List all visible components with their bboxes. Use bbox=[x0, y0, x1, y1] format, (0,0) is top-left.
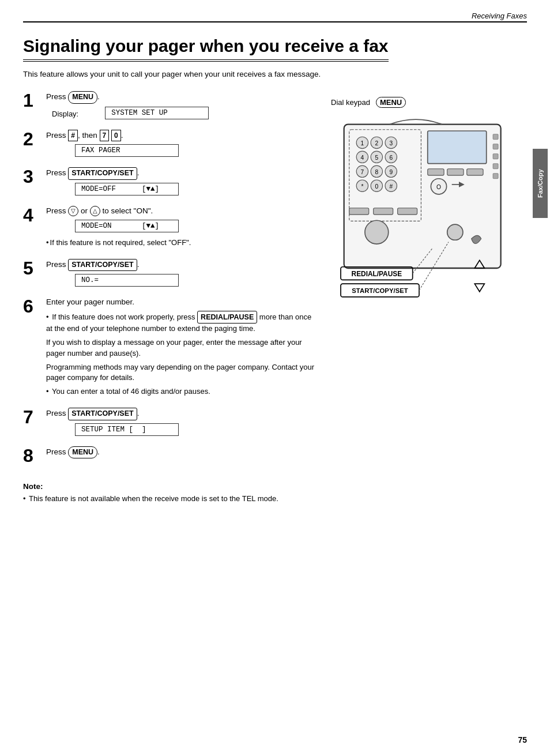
svg-rect-28 bbox=[493, 144, 498, 149]
step-8-number: 8 bbox=[23, 446, 46, 465]
display-box-1: SYSTEM SET UP bbox=[105, 107, 209, 119]
svg-rect-31 bbox=[493, 174, 498, 179]
header-title: Receiving Faxes bbox=[472, 12, 527, 20]
step-3-content: Press START/COPY/SET. MODE=OFF [▼▲] bbox=[46, 167, 319, 198]
svg-text:2: 2 bbox=[375, 140, 378, 146]
intro-text: This feature allows your unit to call yo… bbox=[23, 70, 527, 78]
step-2-text: Press #, then 7 0. bbox=[46, 130, 319, 142]
step-6-text: Enter your pager number. bbox=[46, 297, 319, 308]
step-4: 4 Press ▽ or △ to select "ON". MODE=ON [… bbox=[23, 206, 319, 251]
step-6: 6 Enter your pager number. If this featu… bbox=[23, 297, 319, 400]
step-1-number: 1 bbox=[23, 91, 46, 110]
step-7-content: Press START/COPY/SET. SETUP ITEM [ ] bbox=[46, 408, 319, 438]
note-bullet: This feature is not available when the r… bbox=[23, 494, 319, 505]
menu-key-8[interactable]: MENU bbox=[68, 446, 97, 459]
display-box-5: NO.= bbox=[75, 274, 179, 287]
display-box-7: SETUP ITEM [ ] bbox=[75, 423, 179, 436]
fax-machine-diagram: 1 2 3 4 5 6 7 8 bbox=[331, 111, 527, 314]
step-5-text: Press START/COPY/SET. bbox=[46, 259, 319, 272]
note-title: Note: bbox=[23, 482, 319, 491]
display-box-3: MODE=OFF [▼▲] bbox=[75, 183, 179, 195]
step-8-text: Press MENU. bbox=[46, 446, 319, 459]
svg-text:1: 1 bbox=[361, 140, 364, 146]
step-5-content: Press START/COPY/SET. NO.= bbox=[46, 259, 319, 289]
step-5-number: 5 bbox=[23, 259, 46, 277]
step-6-bullet1: If this feature does not work properly, … bbox=[46, 311, 319, 334]
step-1-text: Press MENU. bbox=[46, 91, 319, 104]
menu-key-1[interactable]: MENU bbox=[68, 91, 97, 104]
svg-text:REDIAL/PAUSE: REDIAL/PAUSE bbox=[352, 270, 402, 278]
key-0[interactable]: 0 bbox=[111, 130, 121, 142]
start-copy-set-key-3[interactable]: START/COPY/SET bbox=[68, 167, 137, 180]
display-box-2: FAX PAGER bbox=[75, 144, 179, 157]
page-header: Receiving Faxes bbox=[23, 12, 527, 22]
page-container: Receiving Faxes Signaling your pager whe… bbox=[0, 0, 550, 756]
svg-point-40 bbox=[365, 220, 389, 244]
diagram-column: Dial keypad MENU 1 2 3 bbox=[331, 91, 527, 506]
dial-keypad-label: Dial keypad bbox=[331, 98, 370, 107]
page-title: Signaling your pager when you receive a … bbox=[23, 36, 389, 62]
step-8: 8 Press MENU. bbox=[23, 446, 319, 465]
svg-text:8: 8 bbox=[375, 169, 378, 175]
svg-text:*: * bbox=[361, 183, 363, 190]
step-2: 2 Press #, then 7 0. FAX PAGER bbox=[23, 130, 319, 160]
step-6-bullet2: You can enter a total of 46 digits and/o… bbox=[46, 386, 319, 397]
up-circle-btn[interactable]: △ bbox=[90, 206, 100, 216]
display-label-1: Display: bbox=[52, 110, 78, 118]
step-5: 5 Press START/COPY/SET. NO.= bbox=[23, 259, 319, 289]
fax-copy-tab: Fax/Copy bbox=[533, 149, 548, 218]
step-2-number: 2 bbox=[23, 130, 46, 148]
down-circle-btn[interactable]: ▽ bbox=[68, 206, 78, 216]
redial-pause-key-inline[interactable]: REDIAL/PAUSE bbox=[197, 311, 257, 324]
display-box-4: MODE=ON [▼▲] bbox=[75, 220, 179, 232]
svg-text:#: # bbox=[389, 183, 393, 190]
step-3-text: Press START/COPY/SET. bbox=[46, 167, 319, 180]
svg-text:0: 0 bbox=[375, 183, 378, 190]
svg-rect-34 bbox=[467, 169, 483, 175]
step-7: 7 Press START/COPY/SET. SETUP ITEM [ ] bbox=[23, 408, 319, 438]
hash-key[interactable]: # bbox=[68, 130, 78, 142]
step-8-content: Press MENU. bbox=[46, 446, 319, 462]
step-3-number: 3 bbox=[23, 167, 46, 186]
svg-text:4: 4 bbox=[361, 155, 364, 161]
step-4-number: 4 bbox=[23, 206, 46, 224]
diagram-area: Dial keypad MENU 1 2 3 bbox=[331, 97, 527, 315]
step-6-content: Enter your pager number. If this feature… bbox=[46, 297, 319, 400]
main-content: 1 Press MENU. Display: SYSTEM SET UP 2 bbox=[23, 91, 527, 506]
svg-rect-33 bbox=[447, 169, 464, 175]
svg-text:5: 5 bbox=[375, 155, 378, 161]
page-number: 75 bbox=[518, 735, 527, 744]
svg-text:3: 3 bbox=[389, 140, 393, 146]
step-2-content: Press #, then 7 0. FAX PAGER bbox=[46, 130, 319, 160]
svg-text:6: 6 bbox=[389, 155, 393, 161]
start-copy-set-key-5[interactable]: START/COPY/SET bbox=[68, 259, 137, 272]
menu-key-diagram[interactable]: MENU bbox=[376, 97, 406, 108]
svg-text:9: 9 bbox=[389, 169, 393, 175]
step-4-bullet: If this feature is not required, select … bbox=[46, 238, 319, 249]
svg-marker-47 bbox=[474, 284, 484, 292]
svg-rect-38 bbox=[374, 208, 393, 215]
step-6-sub1: If you wish to display a message on your… bbox=[46, 337, 319, 359]
note-section: Note: This feature is not available when… bbox=[23, 482, 319, 505]
svg-rect-30 bbox=[493, 164, 498, 169]
step-6-sub2: Programming methods may vary depending o… bbox=[46, 362, 319, 384]
step-1: 1 Press MENU. Display: SYSTEM SET UP bbox=[23, 91, 319, 122]
svg-point-41 bbox=[447, 224, 463, 240]
key-7[interactable]: 7 bbox=[100, 130, 110, 142]
step-1-display-row: Display: SYSTEM SET UP bbox=[52, 107, 319, 122]
svg-rect-37 bbox=[349, 208, 369, 215]
svg-rect-27 bbox=[493, 134, 498, 140]
svg-text:START/COPY/SET: START/COPY/SET bbox=[352, 287, 408, 294]
step-7-number: 7 bbox=[23, 408, 46, 426]
step-7-text: Press START/COPY/SET. bbox=[46, 408, 319, 420]
steps-column: 1 Press MENU. Display: SYSTEM SET UP 2 bbox=[23, 91, 319, 506]
step-3: 3 Press START/COPY/SET. MODE=OFF [▼▲] bbox=[23, 167, 319, 198]
svg-rect-26 bbox=[428, 131, 487, 164]
svg-rect-29 bbox=[493, 154, 498, 159]
svg-rect-39 bbox=[398, 208, 417, 215]
step-6-number: 6 bbox=[23, 297, 46, 315]
start-copy-set-key-7[interactable]: START/COPY/SET bbox=[68, 408, 137, 420]
svg-text:7: 7 bbox=[361, 169, 364, 175]
step-4-content: Press ▽ or △ to select "ON". MODE=ON [▼▲… bbox=[46, 206, 319, 251]
svg-text:O: O bbox=[436, 184, 441, 190]
